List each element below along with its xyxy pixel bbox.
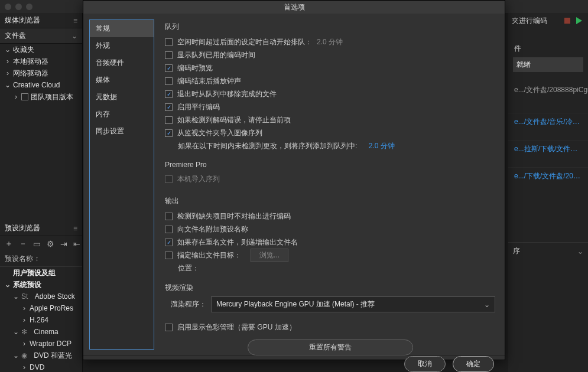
folder-icon xyxy=(21,93,28,100)
play-chime-label: 编码结束后播放钟声 xyxy=(177,76,241,86)
nav-memory[interactable]: 内存 xyxy=(90,106,154,123)
import-seq-checkbox[interactable] xyxy=(165,129,173,137)
specify-dest-checkbox[interactable] xyxy=(165,252,173,259)
chevron-right-icon: › xyxy=(21,316,27,324)
color-mgmt-row: 启用显示色彩管理（需要 GPU 加速） xyxy=(165,321,495,334)
seq-note-label: 如果在以下时间内未检测到更改，则将序列添加到队列中: xyxy=(178,141,357,151)
ppro-section-title: Premiere Pro xyxy=(165,161,495,169)
chevron-down-icon: ⌄ xyxy=(13,351,19,360)
ok-button[interactable]: 确定 xyxy=(453,356,494,372)
nav-audio-hardware[interactable]: 音频硬件 xyxy=(90,54,154,71)
preferences-dialog: 首选项 常规 外观 音频硬件 媒体 元数据 内存 同步设置 队列 空闲时间超过后… xyxy=(83,0,505,360)
nav-metadata[interactable]: 元数据 xyxy=(90,89,154,106)
encode-label: 夹进行编码 xyxy=(512,16,547,26)
apple-prores-label: Apple ProRes xyxy=(30,304,73,312)
right-panel: 夹进行编码 件 就绪 e.../文件盘/208888piCgna.m e.../… xyxy=(508,13,588,372)
apple-prores-row[interactable]: ›Apple ProRes xyxy=(0,302,82,314)
preferences-content: 队列 空闲时间超过后面的设定时自动开始排队： 2.0 分钟 显示队列已用的编码时… xyxy=(154,14,505,355)
queue-item-3[interactable]: e...拉斯/下载/文件盘/98P88 xyxy=(508,140,588,158)
queue-controls: 夹进行编码 xyxy=(508,13,588,28)
new-bin-icon[interactable]: ▭ xyxy=(33,239,41,249)
preview-encode-checkbox[interactable] xyxy=(165,64,173,72)
team-project-row[interactable]: ›团队项目版本 xyxy=(0,91,82,103)
queue-item-4[interactable]: e.../下载/文件盘/2018-09-18 xyxy=(508,167,588,185)
preview-encode-row: 编码时预览 xyxy=(165,61,495,74)
play-chime-checkbox[interactable] xyxy=(165,77,173,85)
show-elapsed-checkbox[interactable] xyxy=(165,51,173,59)
parallel-checkbox[interactable] xyxy=(165,103,173,111)
network-drives-label: 网络驱动器 xyxy=(13,68,48,79)
append-preset-checkbox[interactable] xyxy=(165,226,173,233)
system-presets-row[interactable]: ⌄系统预设 xyxy=(0,279,82,291)
nav-sync[interactable]: 同步设置 xyxy=(90,123,154,140)
nav-appearance[interactable]: 外观 xyxy=(90,37,154,54)
skip-missing-checkbox[interactable] xyxy=(165,213,173,220)
chevron-down-icon: ⌄ xyxy=(577,247,583,256)
queue-section-title: 队列 xyxy=(165,22,495,32)
queue-item-1[interactable]: e.../文件盘/208888piCgna.m xyxy=(508,81,588,99)
cinema-row[interactable]: ⌄✻ Cinema xyxy=(0,326,82,338)
file-disk-row[interactable]: 文件盘 ⌄ xyxy=(0,28,82,44)
stop-icon[interactable] xyxy=(564,18,570,24)
panel-menu-icon[interactable]: ≡ xyxy=(73,17,77,25)
remove-completed-label: 退出时从队列中移除完成的文件 xyxy=(177,89,277,99)
color-mgmt-checkbox[interactable] xyxy=(165,324,173,331)
remove-icon[interactable]: － xyxy=(19,239,27,249)
network-drives-row[interactable]: ›网络驱动器 xyxy=(0,67,82,79)
stop-on-error-row: 如果检测到解码错误，请停止当前项 xyxy=(165,113,495,126)
dvd-label: DVD xyxy=(30,363,44,371)
show-elapsed-row: 显示队列已用的编码时间 xyxy=(165,48,495,61)
add-icon[interactable]: ＋ xyxy=(5,239,13,249)
dialog-title: 首选项 xyxy=(83,1,505,14)
chevron-down-icon: ⌄ xyxy=(13,292,19,301)
cinema-label: Cinema xyxy=(34,328,58,336)
stop-on-error-checkbox[interactable] xyxy=(165,116,173,124)
system-presets-label: 系统预设 xyxy=(13,280,41,290)
status-header: 件 xyxy=(508,40,588,57)
idle-start-checkbox[interactable] xyxy=(165,38,173,46)
seq-note-value[interactable]: 2.0 分钟 xyxy=(369,141,395,151)
user-presets-row[interactable]: 用户预设及组 xyxy=(0,267,82,279)
native-import-label: 本机导入序列 xyxy=(177,174,220,184)
append-preset-label: 向文件名附加预设名称 xyxy=(177,224,248,234)
color-mgmt-label: 启用显示色彩管理（需要 GPU 加速） xyxy=(177,322,296,332)
chevron-right-icon: › xyxy=(21,340,27,348)
preview-encode-label: 编码时预览 xyxy=(177,63,213,73)
browse-button[interactable]: 浏览... xyxy=(251,249,288,262)
panel-menu-icon[interactable]: ≡ xyxy=(73,224,77,233)
play-icon[interactable] xyxy=(576,17,582,24)
right-bottom-row[interactable]: 序 ⌄ xyxy=(508,242,588,260)
output-section-title: 输出 xyxy=(165,196,495,206)
nav-general[interactable]: 常规 xyxy=(90,20,154,37)
traffic-light-zoom[interactable] xyxy=(26,4,33,10)
stop-on-error-label: 如果检测到解码错误，请停止当前项 xyxy=(177,115,291,125)
local-drives-row[interactable]: ›本地驱动器 xyxy=(0,56,82,67)
traffic-light-minimize[interactable] xyxy=(15,4,22,10)
preset-name-header: 预设名称 ↕ xyxy=(0,252,82,267)
renderer-select[interactable]: Mercury Playback Engine GPU 加速 (Metal) -… xyxy=(211,296,495,312)
adobe-stock-row[interactable]: ⌄St Adobe Stock xyxy=(0,291,82,302)
dialog-footer: 取消 确定 xyxy=(83,355,505,372)
wraptor-row[interactable]: ›Wraptor DCP xyxy=(0,338,82,350)
reset-warnings-button[interactable]: 重置所有警告 xyxy=(248,340,413,355)
remove-completed-checkbox[interactable] xyxy=(165,90,173,98)
increment-dup-checkbox[interactable] xyxy=(165,239,173,246)
creative-cloud-label: Creative Cloud xyxy=(13,81,60,89)
queue-item-2[interactable]: e.../文件盘/音乐/冷漠、庄心 xyxy=(508,113,588,130)
play-chime-row: 编码结束后播放钟声 xyxy=(165,74,495,87)
import-icon[interactable]: ⇥ xyxy=(60,239,67,249)
nav-media[interactable]: 媒体 xyxy=(90,71,154,89)
dvd-row[interactable]: ›DVD xyxy=(0,361,82,372)
location-label: 位置： xyxy=(178,263,199,273)
h264-row[interactable]: ›H.264 xyxy=(0,314,82,326)
idle-start-value[interactable]: 2.0 分钟 xyxy=(317,37,343,47)
export-icon[interactable]: ⇤ xyxy=(73,239,80,249)
creative-cloud-row[interactable]: ⌄Creative Cloud xyxy=(0,79,82,91)
settings-icon[interactable]: ⚙ xyxy=(47,239,54,249)
traffic-light-close[interactable] xyxy=(5,4,11,10)
chevron-down-icon: ⌄ xyxy=(13,328,19,336)
cancel-button[interactable]: 取消 xyxy=(404,356,446,372)
native-import-checkbox xyxy=(165,175,173,183)
dvd-group-row[interactable]: ⌄◉ DVD 和蓝光 xyxy=(0,350,82,361)
favorites-row[interactable]: ⌄收藏夹 xyxy=(0,44,82,56)
